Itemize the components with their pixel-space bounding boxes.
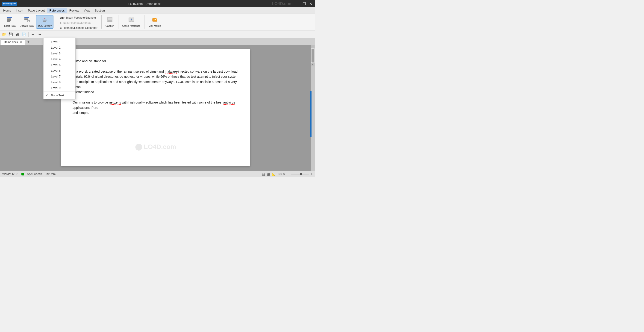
view-icon-3[interactable]: 📐 — [272, 172, 276, 176]
paragraph-1: A little abouve stand for — [72, 59, 238, 64]
new-tab-button[interactable]: + — [26, 39, 31, 45]
svg-rect-17 — [129, 18, 131, 22]
svg-rect-18 — [132, 18, 134, 22]
toc-level-5[interactable]: Level 5 — [44, 62, 75, 68]
caption-label: Caption — [106, 25, 114, 28]
tab-label: Demo.docx — [4, 41, 18, 44]
footnote-separator-label: Footnote/Endnote Separator — [62, 26, 97, 30]
footnote-separator-button[interactable]: ≡ Footnote/Endnote Separator — [58, 25, 99, 31]
toc-level-2[interactable]: Level 2 — [44, 45, 75, 51]
toc-level-4[interactable]: Level 4 — [44, 56, 75, 62]
status-left: Words: 1/101 Spell Check Unit: mm — [2, 172, 56, 176]
spellcheck-antivirus: antivirus — [223, 101, 235, 104]
toc-level-1[interactable]: Level 1 — [44, 39, 75, 45]
ribbon-mailmerge-group: Mail Merge — [147, 15, 165, 29]
zoom-thumb[interactable] — [300, 173, 302, 175]
paragraph-2: In a word: Lreated because of the rampan… — [72, 69, 238, 74]
paragraph-4: with multiple to applications and other … — [72, 79, 238, 90]
update-toc-button[interactable]: Update TOC — [18, 15, 35, 29]
svg-rect-2 — [7, 19, 11, 20]
svg-rect-13 — [43, 21, 46, 21]
spellcheck-netizens: netizens — [109, 101, 121, 104]
scroll-down-arrow[interactable]: ▼ — [311, 63, 314, 66]
svg-rect-0 — [7, 17, 12, 18]
paragraph-5: Internet indeed. — [72, 90, 238, 95]
cross-reference-button[interactable]: Cross-reference — [121, 15, 142, 29]
toc-body-text[interactable]: Body Text — [44, 93, 75, 98]
close-button[interactable]: ✕ — [308, 2, 313, 6]
open-button[interactable]: 📁 — [1, 31, 7, 37]
svg-text:3: 3 — [45, 17, 46, 20]
mail-merge-button[interactable]: Mail Merge — [147, 15, 162, 29]
mail-merge-label: Mail Merge — [148, 25, 161, 28]
print-button[interactable]: 🖨 — [14, 31, 20, 37]
restore-button[interactable]: ❐ — [302, 2, 306, 6]
next-footnote-label: Next Footnote/Endnote — [63, 21, 91, 25]
menu-references[interactable]: References — [47, 8, 67, 13]
next-footnote-button[interactable]: ▶ Next Footnote/Endnote — [58, 20, 99, 25]
menu-section[interactable]: Section — [92, 8, 107, 13]
unit-label: Unit: mm — [44, 172, 56, 176]
toc-level-button[interactable]: 1 2 3 TOC Level ▾ — [36, 15, 54, 29]
svg-rect-7 — [24, 19, 28, 20]
insert-toc-button[interactable]: Insert TOC — [2, 15, 17, 29]
app-logo-arrow: ▾ — [14, 2, 16, 5]
menu-bar: Home Insert Page Layout References Revie… — [0, 7, 315, 14]
zoom-slider[interactable] — [290, 174, 309, 175]
insert-footnote-button[interactable]: AB¹ Insert Footnote/Endnote — [58, 15, 99, 20]
export-button[interactable]: 📄 — [21, 31, 27, 37]
scroll-thumb[interactable] — [312, 49, 314, 63]
toc-level-3[interactable]: Level 3 — [44, 51, 75, 56]
toolbar-separator-1 — [28, 32, 28, 37]
svg-rect-6 — [24, 19, 28, 19]
mail-merge-icon — [152, 16, 158, 24]
caption-button[interactable]: Caption — [104, 15, 116, 29]
view-icon-2[interactable]: ▦ — [267, 172, 270, 176]
ribbon-caption-group: Caption — [104, 15, 118, 29]
svg-rect-14 — [43, 22, 46, 22]
app-logo-text: W Writer — [3, 2, 14, 5]
right-panel: ▲ ▼ — [311, 45, 315, 171]
app-logo[interactable]: W Writer ▾ — [2, 2, 17, 6]
scroll-track[interactable] — [311, 49, 314, 63]
toc-level-label: TOC Level ▾ — [38, 25, 52, 28]
menu-insert[interactable]: Insert — [14, 8, 26, 13]
tab-demo-docx[interactable]: Demo.docx ✕ — [1, 40, 25, 45]
status-bar: Words: 1/101 Spell Check Unit: mm ▤ ▦ 📐 … — [0, 171, 315, 177]
ribbon-toc-group: Insert TOC Update TOC 1 2 3 — [2, 15, 56, 29]
dropdown-divider — [44, 92, 75, 92]
vertical-scrollbar: ▲ ▼ — [311, 45, 314, 66]
menu-page-layout[interactable]: Page Layout — [26, 8, 47, 13]
redo-button[interactable]: ↪ — [37, 31, 43, 37]
scroll-up-arrow[interactable]: ▲ — [311, 45, 314, 49]
zoom-in-icon[interactable]: + — [311, 172, 312, 176]
update-toc-label: Update TOC — [20, 25, 34, 28]
toc-level-icon: 1 2 3 — [42, 16, 48, 24]
footnote-separator-icon: ≡ — [60, 26, 62, 30]
paragraph-3: portals. 92% of nload directories do not… — [72, 74, 238, 79]
ribbon-crossref-group: Cross-reference — [121, 15, 145, 29]
menu-home[interactable]: Home — [1, 8, 14, 13]
ribbon: Insert TOC Update TOC 1 2 3 — [0, 14, 315, 31]
svg-rect-15 — [108, 17, 112, 21]
svg-rect-3 — [7, 20, 11, 21]
menu-review[interactable]: Review — [67, 8, 82, 13]
menu-view[interactable]: View — [81, 8, 92, 13]
save-button[interactable]: 💾 — [8, 31, 14, 37]
tab-close-icon[interactable]: ✕ — [20, 41, 22, 44]
toc-level-6[interactable]: Level 6 — [44, 68, 75, 74]
toc-level-7[interactable]: Level 7 — [44, 74, 75, 79]
window-title: LO4D.com - Demo.docx — [128, 2, 160, 6]
svg-text:2: 2 — [44, 17, 45, 20]
minimize-button[interactable]: — — [296, 2, 300, 6]
spell-check-label: Spell Check — [27, 172, 42, 176]
toc-level-8[interactable]: Level 8 — [44, 79, 75, 85]
view-icon-1[interactable]: ▤ — [262, 172, 265, 176]
undo-button[interactable]: ↩ — [30, 31, 36, 37]
spellcheck-malware: malware — [165, 70, 177, 73]
svg-text:1: 1 — [42, 17, 44, 20]
toolbar: 📁 💾 🖨 📄 ↩ ↪ — [0, 31, 315, 38]
caption-icon — [107, 16, 113, 24]
zoom-out-icon[interactable]: − — [287, 172, 289, 176]
toc-level-9[interactable]: Level 9 — [44, 85, 75, 91]
